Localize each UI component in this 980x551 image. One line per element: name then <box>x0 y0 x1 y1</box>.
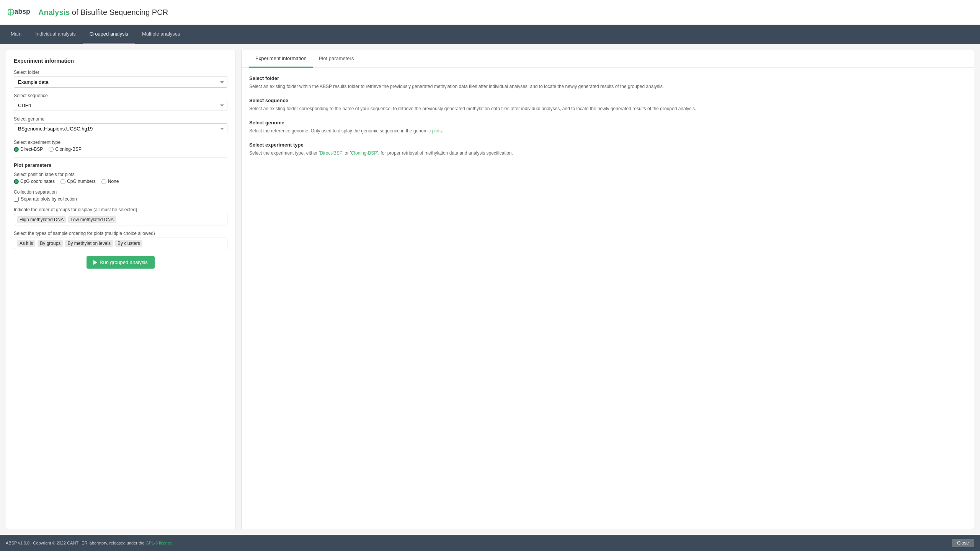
main-content: Experiment information Select folder Exa… <box>0 44 980 535</box>
run-grouped-analysis-button[interactable]: Run grouped analysis <box>87 256 155 269</box>
nav-multiple[interactable]: Multiple analyses <box>135 25 187 44</box>
footer-prefix: ABSP v1.0.0 · Copyright © 2022 CANTHER l… <box>6 541 145 545</box>
app-header: absp Analysis of Bisulfite Sequencing PC… <box>0 0 980 25</box>
collection-sep-label: Collection separation <box>14 189 227 195</box>
navbar: Main Individual analysis Grouped analysi… <box>0 25 980 44</box>
none-radio[interactable] <box>101 179 106 184</box>
genome-select[interactable]: BSgenome.Hsapiens.UCSC.hg19 <box>14 123 227 134</box>
cpg-coords-radio[interactable] <box>14 179 19 184</box>
title-highlight: Analysis <box>38 8 70 16</box>
info-folder-text: Select an existing folder within the ABS… <box>249 83 966 90</box>
cpg-numbers-radio[interactable] <box>60 179 65 184</box>
sample-order-label: Select the types of sample ordering for … <box>14 231 227 236</box>
info-genome-text: Select the reference genome. Only used t… <box>249 127 966 134</box>
experiment-type-group: Select experiment type Direct-BSP Clonin… <box>14 140 227 152</box>
divider <box>14 157 227 158</box>
info-exp-type-title: Select experiment type <box>249 142 966 148</box>
info-genome-title: Select genome <box>249 120 966 126</box>
position-label-radios: CpG coordinates CpG numbers None <box>14 179 227 184</box>
cpg-coords-text: CpG coordinates <box>20 179 55 184</box>
sequence-group: Select sequence CDH1 <box>14 93 227 111</box>
folder-group: Select folder Example data <box>14 70 227 88</box>
cloning-bsp-info-link[interactable]: Cloning-BSP <box>351 150 377 156</box>
cpg-numbers-text: CpG numbers <box>67 179 96 184</box>
cloning-bsp-radio[interactable] <box>49 147 54 152</box>
run-btn-container: Run grouped analysis <box>14 256 227 269</box>
direct-bsp-info-link[interactable]: Direct-BSP <box>320 150 342 156</box>
info-exp-type-text: Select the experiment type, either 'Dire… <box>249 150 966 156</box>
cpg-coords-label[interactable]: CpG coordinates <box>14 179 55 184</box>
footer-text: ABSP v1.0.0 · Copyright © 2022 CANTHER l… <box>6 541 172 545</box>
title-rest: of Bisulfite Sequencing PCR <box>70 8 168 16</box>
close-button[interactable]: Close <box>952 539 974 547</box>
collection-sep-group: Collection separation Separate plots by … <box>14 189 227 202</box>
info-select-genome: Select genome Select the reference genom… <box>249 120 966 134</box>
right-panel: Experiment information Plot parameters S… <box>241 50 974 529</box>
app-title: Analysis of Bisulfite Sequencing PCR <box>38 8 168 17</box>
info-sequence-title: Select sequence <box>249 98 966 103</box>
sample-order-group: Select the types of sample ordering for … <box>14 231 227 249</box>
info-select-exp-type: Select experiment type Select the experi… <box>249 142 966 156</box>
tab-bar: Experiment information Plot parameters <box>242 50 974 68</box>
sequence-select[interactable]: CDH1 <box>14 100 227 111</box>
logo: absp <box>8 5 38 20</box>
info-select-folder: Select folder Select an existing folder … <box>249 75 966 90</box>
genome-label: Select genome <box>14 116 227 122</box>
tag-by-groups: By groups <box>38 240 63 247</box>
nav-grouped[interactable]: Grouped analysis <box>83 25 135 44</box>
tab-plot-params[interactable]: Plot parameters <box>313 50 360 68</box>
genome-group: Select genome BSgenome.Hsapiens.UCSC.hg1… <box>14 116 227 134</box>
collection-sep-text: Separate plots by collection <box>21 196 77 202</box>
direct-bsp-text: Direct-BSP <box>20 147 43 152</box>
plot-params-title: Plot parameters <box>14 162 227 168</box>
collection-sep-checkbox-label[interactable]: Separate plots by collection <box>14 196 227 202</box>
tag-low-methylated: Low methylated DNA <box>68 216 116 223</box>
info-content: Select folder Select an existing folder … <box>242 68 974 172</box>
license-link[interactable]: GPL-3 license <box>145 541 172 545</box>
info-folder-title: Select folder <box>249 75 966 81</box>
none-label[interactable]: None <box>101 179 119 184</box>
position-labels-group: Select position labels for plots CpG coo… <box>14 172 227 184</box>
group-order-label: Indicate the order of groups for display… <box>14 207 227 212</box>
folder-select[interactable]: Example data <box>14 77 227 88</box>
tag-high-methylated: High methylated DNA <box>17 216 66 223</box>
tag-by-methylation: By methylation levels <box>65 240 113 247</box>
left-panel: Experiment information Select folder Exa… <box>6 50 235 529</box>
collection-sep-checkbox[interactable] <box>14 197 19 202</box>
cpg-numbers-label[interactable]: CpG numbers <box>60 179 96 184</box>
folder-label: Select folder <box>14 70 227 75</box>
cloning-bsp-text: Cloning-BSP <box>55 147 82 152</box>
position-labels-label: Select position labels for plots <box>14 172 227 177</box>
group-order-input[interactable]: High methylated DNA Low methylated DNA <box>14 214 227 225</box>
run-btn-label: Run grouped analysis <box>100 259 148 265</box>
direct-bsp-radio[interactable] <box>14 147 19 152</box>
sequence-label: Select sequence <box>14 93 227 98</box>
nav-individual[interactable]: Individual analysis <box>28 25 83 44</box>
group-order-group: Indicate the order of groups for display… <box>14 207 227 225</box>
nav-main[interactable]: Main <box>4 25 28 44</box>
logo-svg: absp <box>8 5 38 20</box>
cloning-bsp-label[interactable]: Cloning-BSP <box>49 147 82 152</box>
sample-order-input[interactable]: As it is By groups By methylation levels… <box>14 238 227 249</box>
play-icon <box>93 260 97 265</box>
info-sequence-text: Select an existing folder corresponding … <box>249 105 966 112</box>
footer: ABSP v1.0.0 · Copyright © 2022 CANTHER l… <box>0 535 980 551</box>
svg-text:absp: absp <box>15 8 30 15</box>
none-text: None <box>108 179 119 184</box>
direct-bsp-label[interactable]: Direct-BSP <box>14 147 43 152</box>
tag-by-clusters: By clusters <box>115 240 142 247</box>
tag-as-is: As it is <box>17 240 35 247</box>
tab-experiment-info[interactable]: Experiment information <box>249 50 313 68</box>
plots-link[interactable]: plots <box>432 128 442 134</box>
experiment-type-label: Select experiment type <box>14 140 227 145</box>
left-panel-title: Experiment information <box>14 58 227 64</box>
experiment-type-radios: Direct-BSP Cloning-BSP <box>14 147 227 152</box>
info-select-sequence: Select sequence Select an existing folde… <box>249 98 966 112</box>
